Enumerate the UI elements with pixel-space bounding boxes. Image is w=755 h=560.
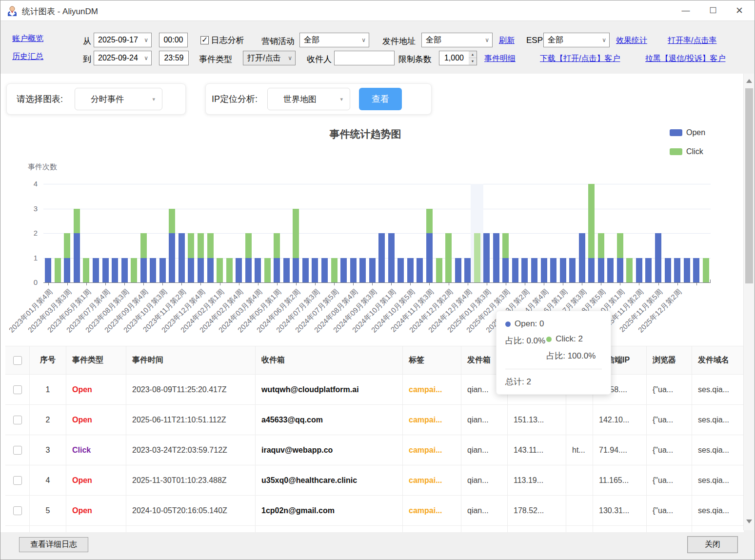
sender-address-select[interactable]: 全部∨ — [421, 33, 493, 47]
row-checkbox[interactable] — [13, 416, 22, 424]
view-detail-log-button[interactable]: 查看详细日志 — [19, 537, 88, 552]
bar[interactable] — [302, 258, 309, 283]
bar[interactable] — [436, 258, 442, 283]
bar[interactable] — [655, 233, 661, 282]
bar[interactable] — [493, 233, 499, 282]
bar[interactable] — [312, 258, 318, 283]
close-button[interactable]: ✕ — [728, 0, 751, 21]
from-time-input[interactable]: 00:00 — [159, 33, 188, 47]
bar[interactable] — [255, 258, 261, 283]
bar[interactable] — [455, 258, 461, 283]
minimize-button[interactable]: — — [675, 0, 697, 21]
select-all-checkbox[interactable] — [13, 356, 22, 365]
bar[interactable] — [626, 258, 633, 283]
event-type-select[interactable]: 打开/点击∨ — [243, 51, 296, 65]
bar[interactable] — [274, 233, 280, 282]
bar[interactable] — [579, 233, 585, 282]
bar[interactable] — [703, 258, 709, 283]
bar[interactable] — [531, 258, 537, 283]
bar[interactable] — [331, 258, 338, 283]
bar[interactable] — [64, 233, 70, 282]
row-checkbox[interactable] — [13, 476, 22, 485]
bar[interactable] — [321, 258, 328, 283]
table-row[interactable]: 3Click2023-03-24T22:03:59.712Ziraquv@web… — [5, 435, 744, 465]
bar[interactable] — [607, 258, 614, 283]
table-row[interactable]: 5Open2024-10-05T20:16:05.140Z1cp02n@gmai… — [5, 496, 744, 526]
bar[interactable] — [645, 258, 652, 283]
campaign-select[interactable]: 全部∨ — [299, 33, 369, 47]
bar[interactable] — [684, 258, 690, 283]
legend-item-click[interactable]: Click — [670, 147, 705, 156]
stepper-down-icon[interactable]: ▼ — [469, 58, 477, 65]
event-detail-link[interactable]: 事件明细 — [484, 54, 516, 64]
bar[interactable] — [474, 233, 480, 282]
bar[interactable] — [340, 258, 347, 283]
bar[interactable] — [283, 258, 290, 283]
row-checkbox[interactable] — [13, 446, 22, 455]
to-time-input[interactable]: 23:59 — [159, 51, 189, 65]
to-date-picker[interactable]: 2025-09-24∨ — [94, 51, 152, 65]
bar[interactable] — [226, 258, 233, 283]
bar[interactable] — [569, 258, 576, 283]
limit-stepper[interactable]: ▲▼ — [469, 51, 477, 65]
bar[interactable] — [264, 258, 271, 283]
bar[interactable] — [426, 209, 433, 283]
bar[interactable] — [140, 233, 147, 282]
bar[interactable] — [112, 258, 118, 283]
table-row[interactable]: 4Open2025-11-30T01:10:23.488Zu35xq0@heal… — [5, 465, 744, 496]
bar[interactable] — [207, 233, 214, 282]
maximize-button[interactable]: ☐ — [702, 0, 724, 21]
vertical-scrollbar[interactable] — [743, 74, 754, 530]
esp-select[interactable]: 全部∨ — [543, 33, 610, 47]
bar[interactable] — [102, 258, 109, 283]
bar[interactable] — [397, 258, 404, 283]
bar[interactable] — [179, 233, 185, 282]
account-overview-link[interactable]: 账户概览 — [12, 34, 43, 44]
table-row[interactable]: 2Open2025-06-11T21:10:51.112Za45633@qq.c… — [5, 405, 744, 435]
bar[interactable] — [369, 258, 376, 283]
bar[interactable] — [560, 258, 566, 283]
bar[interactable] — [674, 258, 680, 283]
blacklist-customers-link[interactable]: 拉黑【退信/投诉】客户 — [645, 54, 725, 64]
bar[interactable] — [93, 258, 99, 283]
bar[interactable] — [121, 258, 128, 283]
bar[interactable] — [245, 233, 252, 282]
legend-item-open[interactable]: Open — [670, 128, 705, 137]
bar[interactable] — [131, 258, 137, 283]
bar[interactable] — [55, 258, 61, 283]
bar[interactable] — [598, 233, 604, 282]
download-customers-link[interactable]: 下载【打开/点击】客户 — [540, 54, 620, 64]
bar[interactable] — [159, 258, 166, 283]
bar[interactable] — [417, 258, 423, 283]
log-analysis-checkbox[interactable]: 日志分析 — [200, 35, 244, 46]
bar[interactable] — [169, 209, 175, 283]
bar[interactable] — [617, 233, 623, 282]
row-checkbox[interactable] — [13, 385, 22, 394]
bar[interactable] — [445, 233, 452, 282]
from-date-picker[interactable]: 2025-09-17∨ — [94, 33, 152, 47]
bar[interactable] — [236, 258, 242, 283]
scrollbar-up-icon[interactable] — [744, 77, 755, 86]
bar[interactable] — [150, 258, 156, 283]
bar[interactable] — [588, 184, 595, 282]
bar[interactable] — [665, 258, 671, 283]
bar[interactable] — [541, 258, 547, 283]
history-summary-link[interactable]: 历史汇总 — [12, 52, 43, 62]
bar[interactable] — [350, 258, 357, 283]
bar[interactable] — [388, 233, 395, 282]
limit-input[interactable]: 1,000 — [439, 51, 469, 65]
bar[interactable] — [188, 233, 194, 282]
bar[interactable] — [636, 258, 642, 283]
bar[interactable] — [483, 233, 490, 282]
bar[interactable] — [378, 233, 385, 282]
bar[interactable] — [521, 258, 528, 283]
scrollbar-thumb[interactable] — [745, 88, 753, 283]
bar[interactable] — [407, 258, 414, 283]
recipient-input[interactable] — [334, 51, 395, 65]
stepper-up-icon[interactable]: ▲ — [469, 51, 477, 58]
scrollbar-down-icon[interactable] — [744, 517, 755, 526]
bar[interactable] — [83, 258, 89, 283]
bar[interactable] — [74, 209, 80, 283]
bar[interactable] — [502, 233, 509, 282]
bar[interactable] — [217, 258, 223, 283]
